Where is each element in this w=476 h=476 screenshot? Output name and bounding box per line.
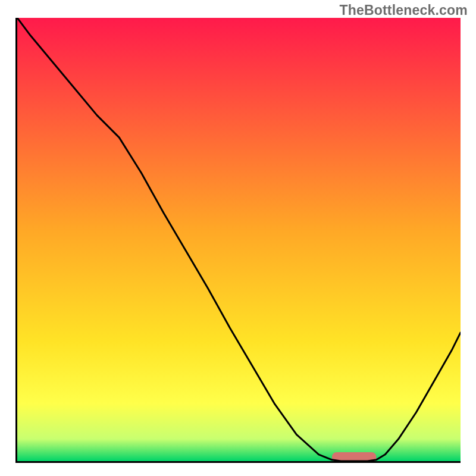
chart-plot-area — [15, 18, 461, 463]
gradient-background — [17, 18, 461, 461]
watermark-text: TheBottleneck.com — [339, 2, 468, 18]
chart-svg — [17, 18, 461, 461]
optimal-range-marker — [332, 452, 377, 461]
